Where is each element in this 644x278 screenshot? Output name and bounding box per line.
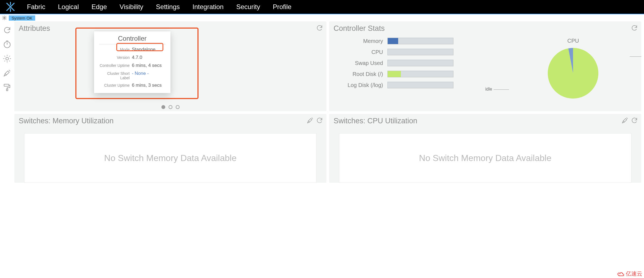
bar-label: Swap Used bbox=[342, 60, 383, 66]
tools-icon[interactable] bbox=[621, 117, 629, 124]
bar-log bbox=[387, 82, 453, 88]
refresh-icon[interactable] bbox=[316, 117, 323, 124]
attr-cluster-label: Cluster Short Label bbox=[99, 71, 130, 80]
snowflake-icon[interactable] bbox=[1, 15, 8, 21]
nav-logical[interactable]: Logical bbox=[58, 3, 79, 11]
nav-security[interactable]: Security bbox=[236, 3, 260, 11]
bar-swap bbox=[387, 60, 453, 66]
attr-cluster-value[interactable]: - None - bbox=[132, 71, 166, 76]
nav-settings[interactable]: Settings bbox=[156, 3, 180, 11]
pie-leader-line bbox=[494, 89, 509, 90]
bar-memory bbox=[387, 38, 453, 44]
nav-profile[interactable]: Profile bbox=[273, 3, 291, 11]
pager-dot[interactable] bbox=[161, 105, 165, 109]
empty-message: No Switch Memory Data Available bbox=[419, 153, 551, 163]
controller-stats-title: Controller Stats bbox=[334, 24, 637, 33]
bar-label: Root Disk (/) bbox=[342, 71, 383, 77]
switch-memory-empty: No Switch Memory Data Available bbox=[24, 133, 317, 183]
bar-label: Memory bbox=[342, 38, 383, 44]
topbar: Fabric Logical Edge Visibility Settings … bbox=[0, 0, 644, 14]
svg-rect-20 bbox=[4, 84, 9, 86]
switch-cpu-panel: Switches: CPU Utilization No Switch Memo… bbox=[329, 114, 641, 183]
cpu-pie-chart bbox=[546, 46, 601, 101]
sun-icon[interactable] bbox=[2, 54, 12, 63]
watermark-text: 亿速云 bbox=[626, 270, 642, 277]
left-icon-rail bbox=[0, 21, 14, 183]
nav-fabric[interactable]: Fabric bbox=[27, 3, 45, 11]
attr-version-value: 4.7.0 bbox=[132, 55, 166, 60]
cpu-pie-title: CPU bbox=[567, 38, 579, 44]
attr-clust-up-label: Cluster Uptime bbox=[99, 83, 130, 88]
bar-root bbox=[387, 71, 453, 77]
empty-message: No Switch Memory Data Available bbox=[104, 153, 236, 163]
svg-rect-21 bbox=[7, 89, 8, 91]
top-nav: Fabric Logical Edge Visibility Settings … bbox=[27, 3, 291, 11]
svg-line-18 bbox=[4, 61, 5, 62]
attributes-pager bbox=[161, 105, 180, 109]
svg-line-16 bbox=[4, 56, 5, 57]
bar-label: Log Disk (/log) bbox=[342, 82, 383, 88]
attr-clust-up-value: 6 mins, 3 secs bbox=[132, 83, 166, 88]
refresh-icon[interactable] bbox=[631, 117, 638, 124]
pie-label-idle: idle bbox=[485, 87, 492, 92]
mode-highlight-box bbox=[116, 43, 163, 51]
pie-leader-line bbox=[630, 56, 641, 57]
attr-ctrl-up-value: 6 mins, 4 secs bbox=[132, 63, 166, 68]
status-strip: System OK bbox=[0, 14, 644, 21]
system-status-badge[interactable]: System OK bbox=[9, 15, 35, 21]
svg-line-17 bbox=[9, 61, 10, 62]
switch-cpu-title: Switches: CPU Utilization bbox=[334, 117, 637, 125]
refresh-icon[interactable] bbox=[316, 24, 323, 31]
switch-cpu-empty: No Switch Memory Data Available bbox=[339, 133, 631, 183]
nav-visibility[interactable]: Visibility bbox=[120, 3, 143, 11]
pager-dot[interactable] bbox=[169, 105, 172, 109]
watermark: 亿速云 bbox=[617, 270, 642, 277]
attr-ctrl-up-label: Controller Uptime bbox=[99, 63, 130, 68]
controller-stats-panel: Controller Stats Memory CPU Swap Used Ro… bbox=[329, 21, 641, 111]
pager-dot[interactable] bbox=[176, 105, 180, 109]
tools-icon[interactable] bbox=[307, 117, 314, 124]
tools-icon[interactable] bbox=[2, 68, 12, 78]
switch-memory-title: Switches: Memory Utilization bbox=[19, 117, 322, 125]
bar-cpu bbox=[387, 49, 453, 55]
switch-memory-panel: Switches: Memory Utilization No Switch M… bbox=[14, 114, 326, 183]
refresh-icon[interactable] bbox=[631, 24, 638, 31]
timer-icon[interactable] bbox=[2, 40, 12, 49]
bar-label: CPU bbox=[342, 49, 383, 55]
svg-line-19 bbox=[9, 56, 10, 57]
controller-card: Controller ModeStandalone Version4.7.0 C… bbox=[94, 31, 170, 93]
stat-bars: Memory CPU Swap Used Root Disk (/) Log D… bbox=[334, 38, 510, 101]
refresh-icon[interactable] bbox=[2, 25, 12, 35]
svg-point-11 bbox=[6, 57, 9, 60]
paint-roller-icon[interactable] bbox=[2, 83, 12, 92]
attributes-panel: Attributes Controller ModeStandalone Ver… bbox=[14, 21, 326, 111]
nav-integration[interactable]: Integration bbox=[192, 3, 224, 11]
attr-version-label: Version bbox=[99, 55, 130, 60]
app-logo-icon[interactable] bbox=[4, 0, 17, 13]
nav-edge[interactable]: Edge bbox=[92, 3, 107, 11]
